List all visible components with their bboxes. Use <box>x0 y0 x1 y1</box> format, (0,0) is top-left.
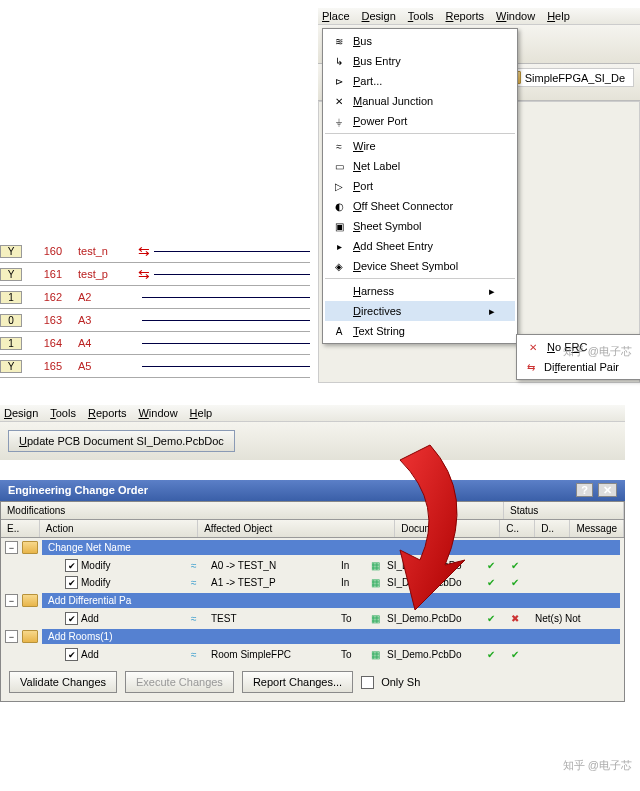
eco-change-row[interactable]: ✔Add≈TESTTo▦SI_Demo.PcbDo✔✖Net(s) Not <box>1 610 624 627</box>
diffpair-directive-icon[interactable]: ⇆ <box>138 243 150 259</box>
eco-group-row[interactable]: −Change Net Name <box>1 538 624 557</box>
net-icon: ≈ <box>191 560 211 571</box>
row-object: Room SimpleFPC <box>211 649 341 660</box>
status-header: Status <box>504 502 624 519</box>
pin-label: 1 <box>0 337 22 350</box>
col-done[interactable]: D.. <box>535 520 570 537</box>
menu-item-harness[interactable]: Harness▸ <box>325 281 515 301</box>
menu-item-manual-junction[interactable]: ✕Manual Junction <box>325 91 515 111</box>
check-icon: ✔ <box>487 613 511 624</box>
row-checkbox[interactable]: ✔ <box>65 576 78 589</box>
menu-item-part-[interactable]: ⊳Part... <box>325 71 515 91</box>
menu-icon: ▷ <box>329 178 349 194</box>
menu-icon: ✕ <box>329 93 349 109</box>
update-pcb-button[interactable]: Update PCB Document SI_Demo.PcbDoc <box>8 430 235 452</box>
net-label[interactable]: test_n <box>70 245 138 257</box>
mods-header: Modifications <box>1 502 504 519</box>
place-dropdown: ≋Bus↳Bus Entry⊳Part...✕Manual Junction⏚P… <box>322 28 518 344</box>
menu-reports[interactable]: Reports <box>445 10 484 22</box>
net-label[interactable]: test_p <box>70 268 138 280</box>
row-checkbox[interactable]: ✔ <box>65 612 78 625</box>
row-object: A1 -> TEST_P <box>211 577 341 588</box>
check-icon: ✔ <box>487 649 511 660</box>
pin-label: Y <box>0 268 22 281</box>
menu-item-bus-entry[interactable]: ↳Bus Entry <box>325 51 515 71</box>
row-doc: SI_Demo.PcbDo <box>387 577 487 588</box>
col-message[interactable]: Message <box>570 520 624 537</box>
eco-group-label: Add Differential Pa <box>42 593 620 608</box>
net-label[interactable]: A4 <box>70 337 138 349</box>
col-check[interactable]: C.. <box>500 520 535 537</box>
tree-collapse-icon[interactable]: − <box>5 630 18 643</box>
menu-window[interactable]: Window <box>496 10 535 22</box>
menu2-window[interactable]: Window <box>138 407 177 419</box>
menu-help[interactable]: Help <box>547 10 570 22</box>
menu-item-device-sheet-symbol[interactable]: ◈Device Sheet Symbol <box>325 256 515 276</box>
help-button[interactable]: ? <box>576 483 593 497</box>
pin-label: Y <box>0 245 22 258</box>
menu-icon: ≋ <box>329 33 349 49</box>
row-checkbox[interactable]: ✔ <box>65 648 78 661</box>
menu2-reports[interactable]: Reports <box>88 407 127 419</box>
menu-item-add-sheet-entry[interactable]: ▸Add Sheet Entry <box>325 236 515 256</box>
menu-tools[interactable]: Tools <box>408 10 434 22</box>
tree-collapse-icon[interactable]: − <box>5 594 18 607</box>
report-button[interactable]: Report Changes... <box>242 671 353 693</box>
tree-collapse-icon[interactable]: − <box>5 541 18 554</box>
watermark: 知乎 @电子芯 <box>563 344 632 359</box>
execute-button[interactable]: Execute Changes <box>125 671 234 693</box>
menu-icon <box>329 283 349 299</box>
eco-group-row[interactable]: −Add Rooms(1) <box>1 627 624 646</box>
menu-icon: ▭ <box>329 158 349 174</box>
menu-item-off-sheet-connector[interactable]: ◐Off Sheet Connector <box>325 196 515 216</box>
menu2-help[interactable]: Help <box>190 407 213 419</box>
menu-icon: ≈ <box>329 138 349 154</box>
menu-item-text-string[interactable]: AText String <box>325 321 515 341</box>
menu-item-directives[interactable]: Directives▸ <box>325 301 515 321</box>
net-icon: ≈ <box>191 577 211 588</box>
col-object[interactable]: Affected Object <box>198 520 395 537</box>
pin-number: 160 <box>22 245 70 257</box>
menu2-design[interactable]: Design <box>4 407 38 419</box>
doc-icon: ▦ <box>371 560 387 571</box>
eco-change-row[interactable]: ✔Add≈Room SimpleFPCTo▦SI_Demo.PcbDo✔✔ <box>1 646 624 663</box>
top-menubar: PPlacelace Design Tools Reports Window H… <box>318 8 640 25</box>
col-document[interactable]: Document <box>395 520 500 537</box>
menu-item-net-label[interactable]: ▭Net Label <box>325 156 515 176</box>
row-object: A0 -> TEST_N <box>211 560 341 571</box>
eco-change-row[interactable]: ✔Modify≈A1 -> TEST_PIn▦SI_Demo.PcbDo✔✔ <box>1 574 624 591</box>
only-show-checkbox[interactable]: Only Sh <box>361 676 420 689</box>
pin-label: Y <box>0 360 22 373</box>
menu-item-sheet-symbol[interactable]: ▣Sheet Symbol <box>325 216 515 236</box>
row-doc: SI_Demo.PcbDo <box>387 649 487 660</box>
menu-design[interactable]: Design <box>362 10 396 22</box>
net-label[interactable]: A5 <box>70 360 138 372</box>
menu-item-power-port[interactable]: ⏚Power Port <box>325 111 515 131</box>
validate-button[interactable]: Validate Changes <box>9 671 117 693</box>
menu-place[interactable]: PPlacelace <box>322 10 350 22</box>
schematic-row: 1162A2 <box>0 286 310 309</box>
eco-change-row[interactable]: ✔Modify≈A0 -> TEST_NIn▦SI_Demo.PcbDo✔✔ <box>1 557 624 574</box>
wire <box>142 320 310 321</box>
menu2-tools[interactable]: Tools <box>50 407 76 419</box>
row-prep: In <box>341 577 371 588</box>
net-label[interactable]: A2 <box>70 291 138 303</box>
row-checkbox[interactable]: ✔ <box>65 559 78 572</box>
menu-item-bus[interactable]: ≋Bus <box>325 31 515 51</box>
eco-group-row[interactable]: −Add Differential Pa <box>1 591 624 610</box>
col-enable[interactable]: E.. <box>1 520 40 537</box>
menu-item-port[interactable]: ▷Port <box>325 176 515 196</box>
menu-item-wire[interactable]: ≈Wire <box>325 136 515 156</box>
wire <box>154 251 310 252</box>
col-action[interactable]: Action <box>40 520 198 537</box>
done-icon: ✖ <box>511 613 535 624</box>
folder-icon <box>22 630 38 643</box>
submenu-arrow-icon: ▸ <box>469 305 495 318</box>
close-button[interactable]: ✕ <box>598 483 617 497</box>
submenu-arrow-icon: ▸ <box>469 285 495 298</box>
net-label[interactable]: A3 <box>70 314 138 326</box>
diffpair-directive-icon[interactable]: ⇆ <box>138 266 150 282</box>
eco-body: Modifications Status E.. Action Affected… <box>0 501 625 702</box>
pin-number: 163 <box>22 314 70 326</box>
submenu-diff-pair[interactable]: ⇆ Differential Pair <box>519 357 639 377</box>
